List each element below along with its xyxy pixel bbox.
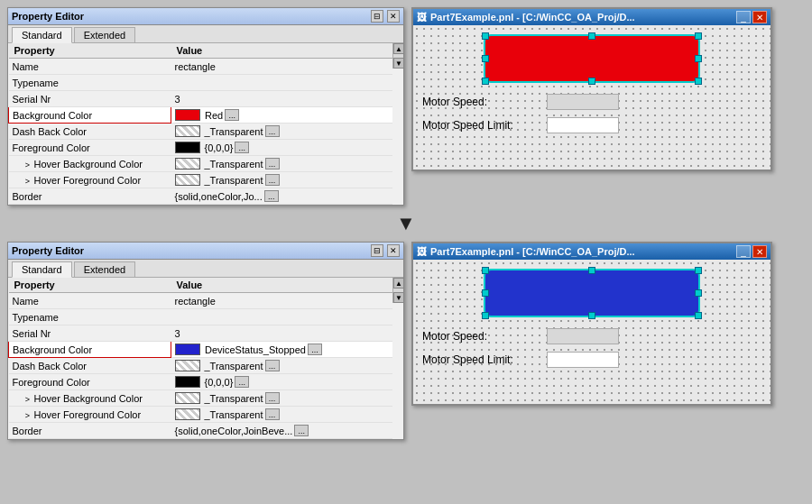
top-fgcolor-dots-button[interactable]: ...	[235, 142, 249, 153]
top-preview-title: 🖼Part7Example.pnl - [C:/WinCC_OA_Proj/D.…	[417, 12, 635, 23]
bottom-fgcolor-dots-button[interactable]: ...	[235, 376, 249, 388]
bottom-pin-icon[interactable]: ⊟	[371, 244, 383, 257]
top-dashback-dots-button[interactable]: ...	[265, 125, 280, 137]
top-handle-tr[interactable]	[695, 32, 702, 40]
bottom-rect-shape[interactable]	[484, 269, 700, 317]
bottom-prop-typename-label: Typename	[9, 309, 171, 325]
bottom-handle-br[interactable]	[695, 312, 702, 319]
bottom-dashback-dots-button[interactable]: ...	[265, 360, 280, 371]
top-handle-ml[interactable]	[482, 55, 489, 62]
bottom-scroll-down[interactable]: ▼	[393, 292, 403, 303]
bottom-scrollbar[interactable]: ▲ ▼	[392, 278, 403, 303]
top-close-icon[interactable]: ✕	[387, 10, 400, 23]
bottom-fgcolor-cell: {0,0,0} ...	[175, 376, 390, 388]
top-motor-limit-input[interactable]	[547, 117, 619, 133]
bottom-prop-fgcolor-label: Foreground Color	[9, 374, 171, 390]
bottom-prop-border-value[interactable]: {solid,oneColor,JoinBeve... ...	[171, 423, 393, 439]
bottom-handle-ml[interactable]	[482, 289, 489, 297]
top-tab-extended[interactable]: Extended	[74, 27, 135, 42]
bottom-hover-bgcolor-dots-button[interactable]: ...	[265, 392, 280, 404]
bottom-hover-fgcolor-expand[interactable]: >	[23, 411, 32, 420]
bottom-hover-bgcolor-expand[interactable]: >	[23, 395, 32, 404]
top-preview-close-icon[interactable]: ✕	[752, 11, 767, 23]
bottom-preview-minimize-icon[interactable]: _	[736, 245, 751, 258]
bottom-close-icon[interactable]: ✕	[387, 244, 400, 257]
bottom-handle-bl[interactable]	[482, 312, 489, 319]
bottom-prop-name-value: rectangle	[171, 293, 393, 309]
top-pin-icon[interactable]: ⊟	[371, 10, 383, 23]
top-preview-window: 🖼Part7Example.pnl - [C:/WinCC_OA_Proj/D.…	[411, 7, 772, 171]
top-fgcolor-text: {0,0,0}	[205, 142, 234, 153]
top-scrollbar[interactable]: ▲ ▼	[392, 43, 403, 69]
bottom-motor-limit-input[interactable]	[547, 352, 619, 368]
bottom-prop-hover-bgcolor-value[interactable]: _Transparent ...	[171, 390, 393, 407]
bottom-row-bgcolor[interactable]: Background Color DeviceStatus_Stopped ..…	[9, 342, 393, 358]
top-handle-mr[interactable]	[695, 55, 702, 62]
top-handle-tm[interactable]	[588, 32, 595, 40]
top-hover-bgcolor-expand[interactable]: >	[23, 160, 32, 170]
bottom-border-dots-button[interactable]: ...	[294, 425, 309, 436]
top-scroll-up[interactable]: ▲	[393, 43, 403, 54]
bottom-handle-mr[interactable]	[695, 289, 702, 297]
top-scroll-down[interactable]: ▼	[393, 58, 403, 69]
top-hover-fgcolor-dots-button[interactable]: ...	[265, 174, 280, 186]
arrow-down-icon: ▼	[396, 214, 416, 234]
top-handle-bl[interactable]	[482, 78, 489, 85]
bottom-scroll-up[interactable]: ▲	[393, 278, 403, 289]
bottom-table-wrapper: Property Value Name rectangle Typename	[8, 278, 403, 439]
arrow-row: ▼	[7, 213, 805, 234]
top-motor-speed-input[interactable]	[547, 94, 619, 110]
bottom-handle-tm[interactable]	[588, 267, 595, 274]
bottom-motor-limit-label: Motor Speed Limit:	[422, 353, 540, 366]
top-row-bgcolor[interactable]: Background Color Red ...	[9, 107, 393, 124]
top-table-wrapper: Property Value Name rectangle Typename	[8, 43, 403, 205]
top-hover-fgcolor-expand[interactable]: >	[23, 177, 32, 186]
top-prop-bgcolor-value[interactable]: Red ...	[171, 107, 393, 124]
bottom-prop-dashback-value[interactable]: _Transparent ...	[171, 358, 393, 374]
bottom-row: Property Editor ⊟ ✕ Standard Extended Pr…	[7, 242, 805, 440]
top-handle-br[interactable]	[695, 78, 702, 85]
bottom-tab-standard[interactable]: Standard	[12, 261, 72, 278]
bottom-prop-fgcolor-value[interactable]: {0,0,0} ...	[171, 374, 393, 390]
top-bgcolor-dots-button[interactable]: ...	[225, 109, 239, 121]
bottom-motor-speed-input[interactable]	[547, 328, 619, 344]
top-border-dots-button[interactable]: ...	[264, 190, 279, 202]
bottom-preview-title: 🖼Part7Example.pnl - [C:/WinCC_OA_Proj/D.…	[417, 246, 635, 257]
top-hover-bgcolor-dots-button[interactable]: ...	[265, 158, 280, 170]
bottom-hover-fgcolor-dots-button[interactable]: ...	[265, 408, 280, 420]
top-prop-name-value: rectangle	[171, 59, 393, 75]
bottom-handle-tr[interactable]	[695, 267, 702, 274]
top-tab-standard[interactable]: Standard	[12, 27, 72, 43]
top-prop-border-value[interactable]: {solid,oneColor,Jo... ...	[171, 188, 393, 205]
top-prop-hover-bgcolor-value[interactable]: _Transparent ...	[171, 156, 393, 172]
bottom-handle-tl[interactable]	[482, 267, 489, 274]
top-prop-fgcolor-value[interactable]: {0,0,0} ...	[171, 140, 393, 156]
bottom-bgcolor-dots-button[interactable]: ...	[308, 344, 322, 355]
top-border-text: {solid,oneColor,Jo...	[175, 191, 263, 202]
top-row-hover-fgcolor: >Hover Foreground Color _Transparent ...	[9, 172, 393, 188]
top-dashback-cell: _Transparent ...	[175, 125, 390, 137]
bottom-preview-close-icon[interactable]: ✕	[752, 245, 767, 258]
bottom-row-dashback: Dash Back Color _Transparent ...	[9, 358, 393, 374]
top-bgcolor-swatch	[175, 109, 200, 121]
bottom-prop-bgcolor-value[interactable]: DeviceStatus_Stopped ...	[171, 342, 393, 358]
bottom-bgcolor-text: DeviceStatus_Stopped	[205, 344, 306, 355]
top-prop-hover-fgcolor-value[interactable]: _Transparent ...	[171, 172, 393, 188]
top-handle-tl[interactable]	[482, 32, 489, 40]
top-handle-bm[interactable]	[588, 78, 595, 85]
top-dashback-text: _Transparent	[205, 126, 263, 137]
top-prop-dashback-value[interactable]: _Transparent ...	[171, 124, 393, 140]
top-row: Property Editor ⊟ ✕ Standard Extended Pr…	[7, 7, 805, 206]
bottom-prop-bgcolor-label: Background Color	[9, 342, 171, 358]
bottom-bgcolor-cell: DeviceStatus_Stopped ...	[175, 344, 389, 355]
bottom-tab-extended[interactable]: Extended	[74, 261, 135, 277]
bottom-handle-bm[interactable]	[588, 312, 595, 319]
bottom-preview-canvas: Motor Speed: Motor Speed Limit:	[413, 260, 770, 404]
top-prop-typename-value	[171, 75, 393, 91]
bottom-row-serial: Serial Nr 3	[9, 325, 393, 342]
top-prop-table: Property Value Name rectangle Typename	[8, 43, 392, 205]
bottom-prop-hover-fgcolor-value[interactable]: _Transparent ...	[171, 407, 393, 423]
top-preview-minimize-icon[interactable]: _	[736, 11, 751, 23]
top-rect-shape[interactable]	[484, 34, 700, 83]
top-preview-win-icons: _ ✕	[736, 11, 767, 23]
